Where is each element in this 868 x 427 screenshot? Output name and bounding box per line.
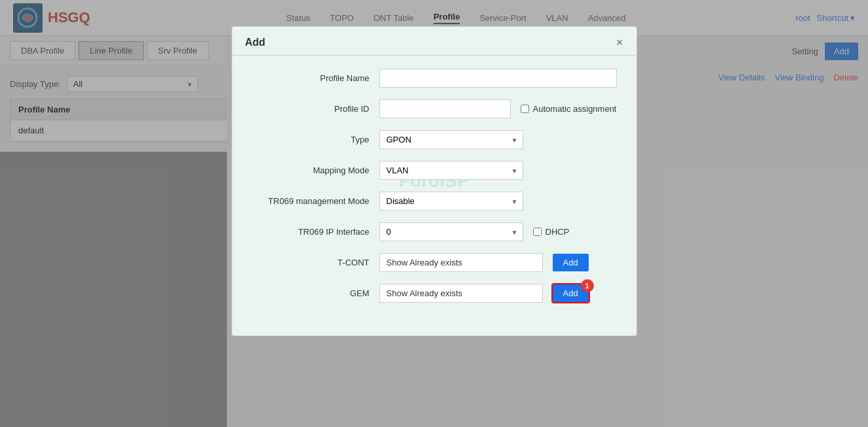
tr069-mgmt-label: TR069 management Mode [252, 196, 370, 206]
dhcp-checkbox[interactable] [533, 228, 542, 236]
tr069-ip-select-wrapper: 0 [379, 222, 523, 241]
profile-name-input[interactable] [379, 69, 617, 88]
profile-id-input[interactable] [379, 99, 511, 118]
tr069-mgmt-row: TR069 management Mode Disable Enable [252, 192, 617, 211]
gem-row: GEM Show Already exists Add 1 [252, 284, 617, 303]
type-select-wrapper: GPON EPON XG-PON [379, 130, 523, 149]
modal-body: Profile Name Profile ID Automatic assign… [232, 56, 636, 316]
mapping-mode-row: Mapping Mode VLAN GEM [252, 161, 617, 180]
dhcp-label: DHCP [533, 227, 570, 237]
type-select[interactable]: GPON EPON XG-PON [379, 130, 523, 149]
gem-label: GEM [252, 288, 370, 298]
type-row: Type GPON EPON XG-PON [252, 130, 617, 149]
gem-add-wrapper: Add 1 [553, 284, 589, 302]
modal-title: Add [245, 37, 266, 48]
add-modal: Add × ForoISP Profile Name Profile ID Au… [232, 26, 637, 336]
auto-assignment-checkbox[interactable] [521, 105, 529, 113]
modal-close-button[interactable]: × [616, 37, 623, 48]
tcont-row: T-CONT Show Already exists Add [252, 253, 617, 272]
modal-overlay: Add × ForoISP Profile Name Profile ID Au… [0, 0, 868, 427]
gem-show-button[interactable]: Show Already exists [379, 284, 543, 303]
modal-header: Add × [232, 27, 636, 56]
gem-badge: 1 [581, 279, 594, 292]
profile-name-row: Profile Name [252, 69, 617, 88]
tr069-mgmt-select-wrapper: Disable Enable [379, 192, 523, 211]
dhcp-text: DHCP [546, 227, 570, 237]
tcont-show-button[interactable]: Show Already exists [379, 253, 543, 272]
profile-id-label: Profile ID [252, 104, 370, 114]
mapping-mode-label: Mapping Mode [252, 165, 370, 175]
tr069-ip-label: TR069 IP Interface [252, 227, 370, 237]
profile-name-label: Profile Name [252, 73, 370, 83]
tr069-ip-select[interactable]: 0 [379, 222, 523, 241]
tcont-label: T-CONT [252, 258, 370, 267]
auto-assignment-text: Automatic assignment [533, 104, 617, 114]
mapping-mode-select[interactable]: VLAN GEM [379, 161, 523, 180]
auto-assignment-label: Automatic assignment [521, 104, 617, 114]
mapping-mode-select-wrapper: VLAN GEM [379, 161, 523, 180]
type-label: Type [252, 135, 370, 145]
tcont-add-button[interactable]: Add [553, 254, 589, 271]
tr069-mgmt-select[interactable]: Disable Enable [379, 192, 523, 211]
tr069-ip-row: TR069 IP Interface 0 DHCP [252, 222, 617, 241]
profile-id-row: Profile ID Automatic assignment [252, 99, 617, 118]
